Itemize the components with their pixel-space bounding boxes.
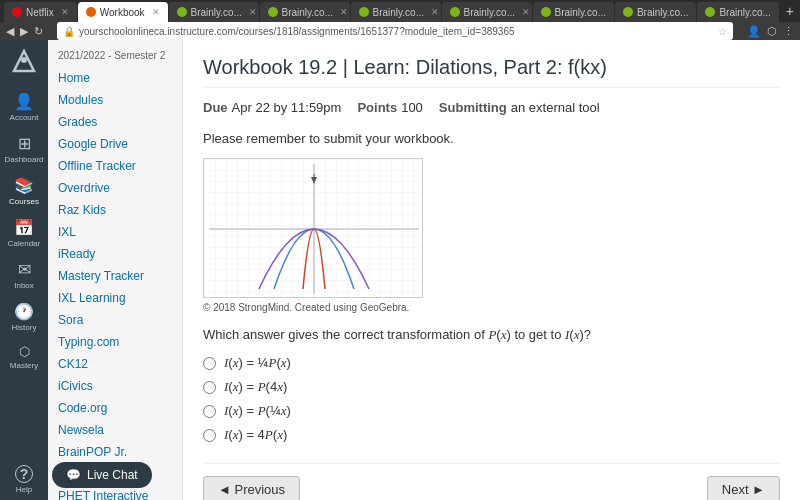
tab-brainly-4[interactable]: Brainly.co... ✕ <box>442 2 532 22</box>
icon-sidebar: 👤 Account ⊞ Dashboard 📚 Courses 📅 Calend… <box>0 40 48 500</box>
account-icon: 👤 <box>14 92 34 111</box>
tab-brainly-4-label: Brainly.co... <box>464 7 516 18</box>
sidebar-item-courses[interactable]: 📚 Courses <box>0 170 48 212</box>
tab-brainly-5-label: Brainly.co... <box>555 7 607 18</box>
logo <box>6 44 42 80</box>
link-ck12[interactable]: CK12 <box>48 353 182 375</box>
courses-icon: 📚 <box>14 176 34 195</box>
tab-workbook[interactable]: Workbook ✕ <box>78 2 168 22</box>
meta-bar: Due Apr 22 by 11:59pm Points 100 Submitt… <box>203 100 780 115</box>
tab-brainly-6[interactable]: Brainly.co... <box>615 2 696 22</box>
submitting-item: Submitting an external tool <box>439 100 600 115</box>
tab-brainly-5[interactable]: Brainly.co... <box>533 2 614 22</box>
sidebar-label-calendar: Calendar <box>8 239 40 248</box>
option-1[interactable]: I(x) = ¼P(x) <box>203 355 780 371</box>
sidebar-item-account[interactable]: 👤 Account <box>0 86 48 128</box>
tab-close-b1[interactable]: ✕ <box>249 7 257 17</box>
tab-netflix[interactable]: Netflix ✕ <box>4 2 77 22</box>
new-tab-button[interactable]: + <box>780 3 800 19</box>
submitting-label: Submitting <box>439 100 507 115</box>
tab-brainly-3[interactable]: Brainly.co... ✕ <box>351 2 441 22</box>
tab-brainly-1-label: Brainly.co... <box>191 7 243 18</box>
link-raz-kids[interactable]: Raz Kids <box>48 199 182 221</box>
link-overdrive[interactable]: Overdrive <box>48 177 182 199</box>
reminder-text: Please remember to submit your workbook. <box>203 131 780 146</box>
sidebar-item-mastery[interactable]: ⬡ Mastery <box>0 338 48 376</box>
next-button[interactable]: Next ► <box>707 476 780 500</box>
extensions-icon[interactable]: ⬡ <box>767 25 777 38</box>
radio-opt1[interactable] <box>203 357 216 370</box>
points-value: 100 <box>401 100 423 115</box>
radio-opt3[interactable] <box>203 405 216 418</box>
link-icivics[interactable]: iCivics <box>48 375 182 397</box>
calendar-icon: 📅 <box>14 218 34 237</box>
sidebar-item-inbox[interactable]: ✉ Inbox <box>0 254 48 296</box>
option-2[interactable]: I(x) = P(4x) <box>203 379 780 395</box>
canvas-favicon <box>86 7 96 17</box>
tab-close-workbook[interactable]: ✕ <box>152 7 160 17</box>
graph-container <box>203 158 423 298</box>
link-mastery-tracker[interactable]: Mastery Tracker <box>48 265 182 287</box>
link-codeorg[interactable]: Code.org <box>48 397 182 419</box>
radio-opt2[interactable] <box>203 381 216 394</box>
link-home[interactable]: Home <box>48 67 182 89</box>
sidebar-item-dashboard[interactable]: ⊞ Dashboard <box>0 128 48 170</box>
question-text: Which answer gives the correct transform… <box>203 327 780 343</box>
inbox-icon: ✉ <box>18 260 31 279</box>
option-4[interactable]: I(x) = 4P(x) <box>203 427 780 443</box>
help-icon: ? <box>15 465 33 483</box>
links-sidebar: 2021/2022 - Semester 2 Home Modules Grad… <box>48 40 183 500</box>
sidebar-item-calendar[interactable]: 📅 Calendar <box>0 212 48 254</box>
tab-close-b4[interactable]: ✕ <box>522 7 530 17</box>
menu-icon[interactable]: ⋮ <box>783 25 794 38</box>
sidebar-label-courses: Courses <box>9 197 39 206</box>
link-offline-tracker[interactable]: Offline Tracker <box>48 155 182 177</box>
chat-icon: 💬 <box>66 468 81 482</box>
link-iready[interactable]: iReady <box>48 243 182 265</box>
reload-button[interactable]: ↻ <box>34 25 43 38</box>
brainly-favicon-5 <box>541 7 551 17</box>
sidebar-label-help: Help <box>16 485 32 494</box>
previous-button[interactable]: ◄ Previous <box>203 476 300 500</box>
link-google-drive[interactable]: Google Drive <box>48 133 182 155</box>
sidebar-item-history[interactable]: 🕐 History <box>0 296 48 338</box>
url-display: yourschoolonlineca.instructure.com/cours… <box>79 26 710 37</box>
link-newsela[interactable]: Newsela <box>48 419 182 441</box>
tab-close-b3[interactable]: ✕ <box>431 7 439 17</box>
option-3[interactable]: I(x) = P(¼x) <box>203 403 780 419</box>
brainly-favicon-6 <box>623 7 633 17</box>
link-sora[interactable]: Sora <box>48 309 182 331</box>
option-4-text: I(x) = 4P(x) <box>224 427 287 443</box>
link-ixl[interactable]: IXL <box>48 221 182 243</box>
tab-close-b2[interactable]: ✕ <box>340 7 348 17</box>
link-ixl-learning[interactable]: IXL Learning <box>48 287 182 309</box>
live-chat-button[interactable]: 💬 Live Chat <box>52 462 152 488</box>
tab-brainly-7[interactable]: Brainly.co... <box>697 2 778 22</box>
forward-button[interactable]: ▶ <box>20 25 28 38</box>
sidebar-item-help[interactable]: ? Help <box>0 459 48 500</box>
points-label: Points <box>357 100 397 115</box>
profile-icon[interactable]: 👤 <box>747 25 761 38</box>
radio-opt4[interactable] <box>203 429 216 442</box>
history-icon: 🕐 <box>14 302 34 321</box>
tab-netflix-label: Netflix <box>26 7 54 18</box>
link-typing[interactable]: Typing.com <box>48 331 182 353</box>
sidebar-label-account: Account <box>10 113 39 122</box>
address-bar[interactable]: 🔒 yourschoolonlineca.instructure.com/cou… <box>57 22 733 40</box>
link-modules[interactable]: Modules <box>48 89 182 111</box>
tab-close[interactable]: ✕ <box>61 7 69 17</box>
sidebar-label-dashboard: Dashboard <box>4 155 43 164</box>
netflix-favicon <box>12 7 22 17</box>
sidebar-label-inbox: Inbox <box>14 281 34 290</box>
tab-brainly-2-label: Brainly.co... <box>282 7 334 18</box>
main-content: Workbook 19.2 | Learn: Dilations, Part 2… <box>183 40 800 500</box>
tab-brainly-2[interactable]: Brainly.co... ✕ <box>260 2 350 22</box>
options-group: I(x) = ¼P(x) I(x) = P(4x) I(x) = P(¼x) I… <box>203 355 780 443</box>
link-grades[interactable]: Grades <box>48 111 182 133</box>
lock-icon: 🔒 <box>63 26 75 37</box>
option-2-text: I(x) = P(4x) <box>224 379 287 395</box>
bookmark-icon[interactable]: ☆ <box>718 26 727 37</box>
back-button[interactable]: ◀ <box>6 25 14 38</box>
tab-brainly-1[interactable]: Brainly.co... ✕ <box>169 2 259 22</box>
link-brainpop-jr[interactable]: BrainPOP Jr. <box>48 441 182 463</box>
